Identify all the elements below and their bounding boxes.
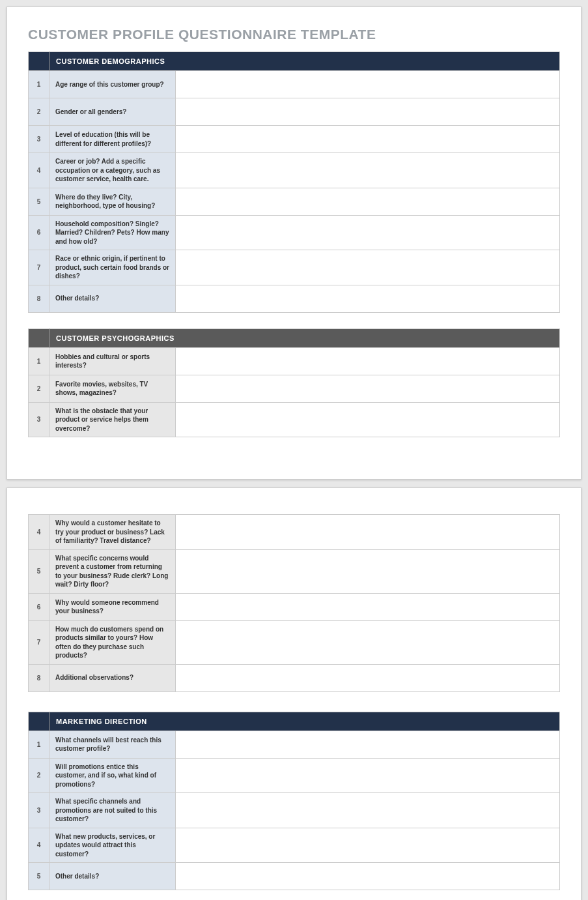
document-title: CUSTOMER PROFILE QUESTIONNAIRE TEMPLATE <box>28 27 560 42</box>
question-row: 5Where do they live? City, neighborhood,… <box>29 188 560 215</box>
question-num: 3 <box>29 793 49 828</box>
question-row: 1What channels will best reach this cust… <box>29 731 560 758</box>
answer-cell[interactable] <box>176 98 560 126</box>
section-psychographics: CUSTOMER PSYCHOGRAPHICS 1Hobbies and cul… <box>28 328 560 438</box>
answer-cell[interactable] <box>176 793 560 828</box>
answer-cell[interactable] <box>176 126 560 153</box>
question-num: 5 <box>29 188 49 215</box>
question-text: Where do they live? City, neighborhood, … <box>49 188 176 215</box>
question-text: Hobbies and cultural or sports interests… <box>49 347 176 375</box>
question-text: What specific channels and promotions ar… <box>49 793 176 828</box>
question-row: 6Why would someone recommend your busine… <box>29 593 560 620</box>
section-header-label: MARKETING DIRECTION <box>49 712 560 731</box>
question-num: 4 <box>29 153 49 188</box>
question-num: 1 <box>29 347 49 375</box>
page-2: 4Why would a customer hesitate to try yo… <box>7 487 581 900</box>
question-row: 7Race or ethnic origin, if pertinent to … <box>29 250 560 285</box>
question-num: 4 <box>29 515 49 550</box>
question-row: 8Additional observations? <box>29 664 560 691</box>
question-row: 3What is the obstacle that your product … <box>29 402 560 437</box>
question-text: How much do customers spend on products … <box>49 620 176 664</box>
section-marketing: MARKETING DIRECTION 1What channels will … <box>28 712 560 891</box>
answer-cell[interactable] <box>176 593 560 620</box>
answer-cell[interactable] <box>176 402 560 437</box>
answer-cell[interactable] <box>176 285 560 312</box>
answer-cell[interactable] <box>176 375 560 402</box>
answer-cell[interactable] <box>176 549 560 593</box>
question-text: Race or ethnic origin, if pertinent to p… <box>49 250 176 285</box>
answer-cell[interactable] <box>176 215 560 250</box>
question-text: Gender or all genders? <box>49 98 176 126</box>
section-psychographics-cont: 4Why would a customer hesitate to try yo… <box>28 514 560 692</box>
section-header-row: CUSTOMER PSYCHOGRAPHICS <box>29 328 560 347</box>
question-text: Other details? <box>49 863 176 890</box>
question-num: 5 <box>29 863 49 890</box>
question-row: 2Will promotions entice this customer, a… <box>29 758 560 793</box>
question-num: 2 <box>29 98 49 126</box>
question-num: 3 <box>29 402 49 437</box>
question-text: Other details? <box>49 285 176 312</box>
question-text: Why would someone recommend your busines… <box>49 593 176 620</box>
question-row: 4Career or job? Add a specific occupatio… <box>29 153 560 188</box>
answer-cell[interactable] <box>176 515 560 550</box>
question-row: 5What specific concerns would prevent a … <box>29 549 560 593</box>
question-row: 4What new products, services, or updates… <box>29 828 560 863</box>
question-num: 2 <box>29 758 49 793</box>
answer-cell[interactable] <box>176 664 560 691</box>
question-text: Will promotions entice this customer, an… <box>49 758 176 793</box>
question-text: What specific concerns would prevent a c… <box>49 549 176 593</box>
answer-cell[interactable] <box>176 347 560 375</box>
section-demographics: CUSTOMER DEMOGRAPHICS 1Age range of this… <box>28 51 560 313</box>
question-text: Additional observations? <box>49 664 176 691</box>
question-text: Why would a customer hesitate to try you… <box>49 515 176 550</box>
answer-cell[interactable] <box>176 731 560 758</box>
question-num: 2 <box>29 375 49 402</box>
answer-cell[interactable] <box>176 250 560 285</box>
question-num: 3 <box>29 126 49 153</box>
section-header-row: MARKETING DIRECTION <box>29 712 560 731</box>
answer-cell[interactable] <box>176 71 560 98</box>
question-row: 8Other details? <box>29 285 560 312</box>
section-header-label: CUSTOMER PSYCHOGRAPHICS <box>49 328 560 347</box>
question-num: 5 <box>29 549 49 593</box>
question-row: 4Why would a customer hesitate to try yo… <box>29 515 560 550</box>
question-num: 7 <box>29 620 49 664</box>
question-row: 6Household composition? Single? Married?… <box>29 215 560 250</box>
question-row: 2Gender or all genders? <box>29 98 560 126</box>
question-text: Age range of this customer group? <box>49 71 176 98</box>
answer-cell[interactable] <box>176 863 560 890</box>
question-text: What channels will best reach this custo… <box>49 731 176 758</box>
question-row: 3Level of education (this will be differ… <box>29 126 560 153</box>
answer-cell[interactable] <box>176 188 560 215</box>
question-text: What is the obstacle that your product o… <box>49 402 176 437</box>
question-row: 1Age range of this customer group? <box>29 71 560 98</box>
question-row: 3What specific channels and promotions a… <box>29 793 560 828</box>
question-num: 1 <box>29 731 49 758</box>
question-row: 7How much do customers spend on products… <box>29 620 560 664</box>
answer-cell[interactable] <box>176 828 560 863</box>
section-header-num <box>29 52 49 71</box>
question-row: 5Other details? <box>29 863 560 890</box>
page-1: CUSTOMER PROFILE QUESTIONNAIRE TEMPLATE … <box>7 7 581 480</box>
question-num: 8 <box>29 285 49 312</box>
question-text: What new products, services, or updates … <box>49 828 176 863</box>
question-num: 6 <box>29 593 49 620</box>
section-header-label: CUSTOMER DEMOGRAPHICS <box>49 52 560 71</box>
question-num: 8 <box>29 664 49 691</box>
answer-cell[interactable] <box>176 153 560 188</box>
question-row: 2Favorite movies, websites, TV shows, ma… <box>29 375 560 402</box>
question-row: 1Hobbies and cultural or sports interest… <box>29 347 560 375</box>
question-num: 6 <box>29 215 49 250</box>
answer-cell[interactable] <box>176 758 560 793</box>
section-header-num <box>29 328 49 347</box>
question-num: 7 <box>29 250 49 285</box>
question-num: 1 <box>29 71 49 98</box>
question-text: Favorite movies, websites, TV shows, mag… <box>49 375 176 402</box>
section-header-row: CUSTOMER DEMOGRAPHICS <box>29 52 560 71</box>
section-header-num <box>29 712 49 731</box>
question-text: Career or job? Add a specific occupation… <box>49 153 176 188</box>
answer-cell[interactable] <box>176 620 560 664</box>
question-text: Level of education (this will be differe… <box>49 126 176 153</box>
question-text: Household composition? Single? Married? … <box>49 215 176 250</box>
question-num: 4 <box>29 828 49 863</box>
